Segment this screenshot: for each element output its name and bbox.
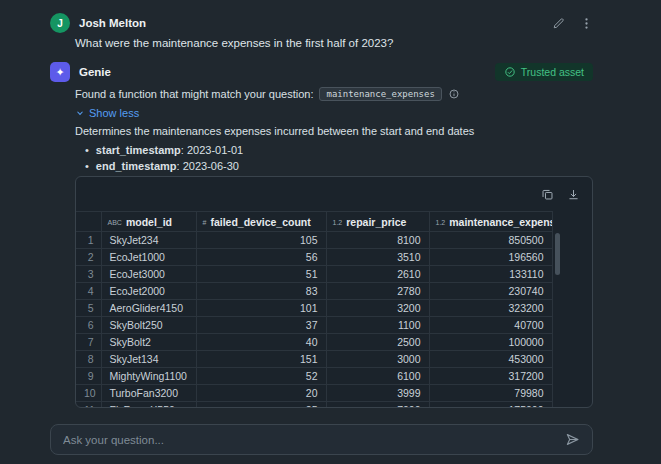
cell-maintenance_expenses: 850500 [429,232,552,249]
cell-failed_device_count: 40 [196,334,326,351]
cell-model_id: SkyJet134 [101,351,196,368]
cell-repair_price: 7000 [326,402,429,408]
question-input[interactable] [63,434,565,446]
cell-model_id: SkyJet234 [101,232,196,249]
table-row: 1SkyJet2341058100850500 [76,232,552,249]
message-actions [552,17,593,30]
table-row: 11FlyForceX550257000175000 [76,402,552,408]
decimal-type-icon: 1.2 [333,219,343,226]
info-icon [448,88,460,100]
results-toolbar [76,177,592,211]
table-header-row: ABCmodel_id#failed_device_count1.2repair… [76,212,552,232]
column-label: failed_device_count [210,216,310,228]
genie-message-header: ✦ Genie Trusted asset [50,62,593,82]
user-question-text: What were the maintenance expenses in th… [75,37,393,49]
cell-maintenance_expenses: 133110 [429,266,552,283]
function-chip[interactable]: maintenance_expenses [319,87,441,101]
intro-text: Found a function that might match your q… [75,88,313,100]
table-scrollbar-thumb[interactable] [555,233,560,275]
genie-author: Genie [79,66,111,78]
table-row: 9MightyWing1100526100317200 [76,368,552,385]
row-number-cell: 9 [76,368,101,385]
row-number-cell: 4 [76,283,101,300]
genie-chat-screen: J Josh Melton What were the maintenance … [0,0,661,464]
table-row: 3EcoJet3000512610133110 [76,266,552,283]
column-header-repair_price[interactable]: 1.2repair_price [326,212,429,232]
cell-model_id: EcoJet1000 [101,249,196,266]
check-circle-icon [504,66,516,78]
cell-repair_price: 6100 [326,368,429,385]
row-number-header [76,212,101,232]
send-button[interactable] [565,432,580,447]
column-header-maintenance_expenses[interactable]: 1.2maintenance_expenses [429,212,552,232]
parameter-item: •end_timestamp: 2023-06-30 [85,160,593,172]
row-number-cell: 6 [76,317,101,334]
column-label: model_id [126,216,172,228]
sparkle-icon: ✦ [55,66,64,79]
cell-model_id: AeroGlider4150 [101,300,196,317]
user-message-header: J Josh Melton [50,13,593,33]
cell-repair_price: 3200 [326,300,429,317]
table-row: 2EcoJet1000563510196560 [76,249,552,266]
cell-maintenance_expenses: 453000 [429,351,552,368]
results-table-wrap: ABCmodel_id#failed_device_count1.2repair… [76,211,553,407]
parameter-name: start_timestamp [96,144,181,156]
row-number-cell: 1 [76,232,101,249]
cell-failed_device_count: 25 [196,402,326,408]
row-number-cell: 11 [76,402,101,408]
copy-icon [541,188,554,201]
copy-button[interactable] [541,188,554,201]
kebab-menu-icon [580,17,593,30]
cell-repair_price: 2610 [326,266,429,283]
cell-model_id: EcoJet2000 [101,283,196,300]
cell-failed_device_count: 101 [196,300,326,317]
parameter-value: 2023-06-30 [183,160,239,172]
parameter-value: 2023-01-01 [187,144,243,156]
table-row: 5AeroGlider41501013200323200 [76,300,552,317]
download-button[interactable] [567,188,580,201]
cell-model_id: SkyBolt250 [101,317,196,334]
edit-message-button[interactable] [552,17,565,30]
cell-failed_device_count: 105 [196,232,326,249]
show-less-toggle[interactable]: Show less [75,107,139,119]
column-header-failed_device_count[interactable]: #failed_device_count [196,212,326,232]
cell-failed_device_count: 52 [196,368,326,385]
cell-model_id: EcoJet3000 [101,266,196,283]
row-number-cell: 2 [76,249,101,266]
cell-failed_device_count: 151 [196,351,326,368]
string-type-icon: ABC [108,219,122,226]
integer-type-icon: # [203,219,207,226]
cell-maintenance_expenses: 79980 [429,385,552,402]
column-label: repair_price [346,216,406,228]
info-button[interactable] [448,88,460,100]
table-row: 10TurboFan320020399979980 [76,385,552,402]
results-table: ABCmodel_id#failed_device_count1.2repair… [76,211,553,407]
cell-repair_price: 1100 [326,317,429,334]
table-row: 6SkyBolt25037110040700 [76,317,552,334]
cell-maintenance_expenses: 100000 [429,334,552,351]
row-number-cell: 7 [76,334,101,351]
parameter-item: •start_timestamp: 2023-01-01 [85,144,593,156]
cell-maintenance_expenses: 196560 [429,249,552,266]
cell-failed_device_count: 37 [196,317,326,334]
trusted-asset-badge[interactable]: Trusted asset [495,63,593,81]
trusted-asset-label: Trusted asset [521,66,584,78]
question-input-bar [50,424,593,455]
row-number-cell: 10 [76,385,101,402]
column-header-model_id[interactable]: ABCmodel_id [101,212,196,232]
cell-repair_price: 3510 [326,249,429,266]
cell-repair_price: 3000 [326,351,429,368]
results-panel: ABCmodel_id#failed_device_count1.2repair… [75,176,593,408]
more-options-button[interactable] [580,17,593,30]
decimal-type-icon: 1.2 [436,219,446,226]
cell-repair_price: 8100 [326,232,429,249]
cell-repair_price: 2780 [326,283,429,300]
cell-maintenance_expenses: 175000 [429,402,552,408]
function-match-line: Found a function that might match your q… [75,87,593,101]
row-number-cell: 8 [76,351,101,368]
cell-model_id: MightyWing1100 [101,368,196,385]
bullet: • [85,160,89,172]
genie-message-body: Found a function that might match your q… [75,87,593,176]
user-author: Josh Melton [79,17,146,29]
parameter-name: end_timestamp [96,160,177,172]
